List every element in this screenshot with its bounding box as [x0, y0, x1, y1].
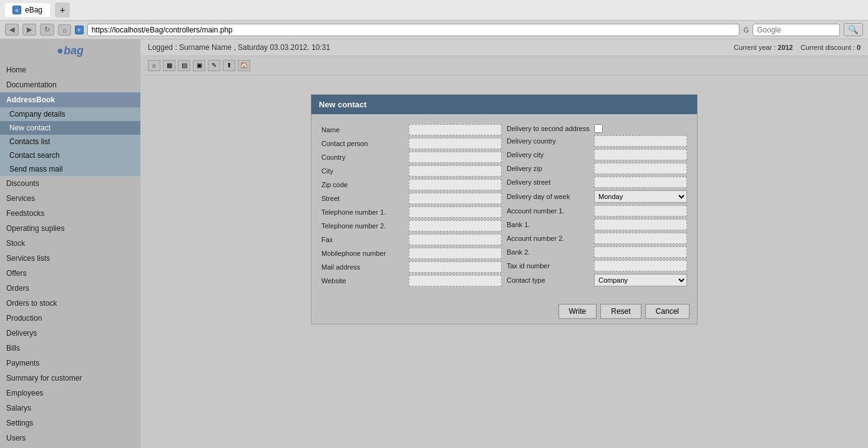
input-city[interactable] — [409, 165, 502, 177]
input-delivery-zip[interactable] — [594, 163, 687, 174]
input-bank2[interactable] — [594, 246, 687, 258]
sidebar-item-payments[interactable]: Payments — [0, 356, 140, 371]
toolbar: ⌂ ▦ ▤ ▣ ✎ ⬆ 🏠 — [140, 56, 868, 75]
form-row-bank1: Bank 1. — [507, 219, 687, 230]
sidebar-item-contacts-list[interactable]: Contacts list — [0, 135, 140, 149]
back-button[interactable]: ◀ — [5, 24, 19, 36]
checkbox-delivery-second[interactable] — [594, 124, 603, 133]
sidebar-item-orders[interactable]: Orders — [0, 281, 140, 296]
input-name[interactable] — [409, 124, 502, 135]
input-mobile[interactable] — [409, 248, 502, 259]
browser-chrome: e eBag + ◀ ▶ ↻ ⌂ e G 🔍 — [0, 0, 868, 39]
toolbar-icon-1[interactable]: ▦ — [163, 60, 175, 71]
input-tel2[interactable] — [409, 220, 502, 231]
write-button[interactable]: Write — [558, 304, 597, 319]
label-fax: Fax — [321, 236, 409, 243]
toolbar-home-icon[interactable]: ⌂ — [148, 60, 160, 71]
input-bank1[interactable] — [594, 219, 687, 230]
input-delivery-city[interactable] — [594, 149, 687, 160]
current-year-info: Current year : 2012 Current discount : 0 — [734, 44, 861, 51]
label-website: Website — [321, 277, 409, 285]
browser-tab[interactable]: e eBag — [5, 3, 50, 17]
home-button[interactable]: ⌂ — [58, 24, 71, 36]
form-row-account1: Account number 1. — [507, 205, 687, 217]
search-bar[interactable] — [753, 24, 840, 36]
sidebar-item-operating-supplies[interactable]: Operating suplies — [0, 221, 140, 236]
toolbar-icon-3[interactable]: ▣ — [193, 60, 205, 71]
select-contact-type[interactable]: CompanyPerson — [594, 274, 687, 286]
sidebar-item-deliverys[interactable]: Deliverys — [0, 326, 140, 341]
forward-button[interactable]: ▶ — [22, 24, 36, 36]
current-year-value: 2012 — [778, 44, 792, 51]
search-button[interactable]: 🔍 — [844, 23, 863, 36]
toolbar-icon-2[interactable]: ▤ — [178, 60, 190, 71]
google-logo: G — [743, 26, 749, 34]
current-year-label: Current year : — [734, 44, 776, 51]
sidebar-item-users[interactable]: Users — [0, 431, 140, 446]
input-mail[interactable] — [409, 261, 502, 273]
input-street[interactable] — [409, 193, 502, 204]
label-bank2: Bank 2. — [507, 248, 594, 256]
sidebar-section-addressbook[interactable]: AddressBook — [0, 92, 140, 107]
sidebar-item-documentation[interactable]: Documentation — [0, 77, 140, 92]
sidebar-item-company-details[interactable]: Company details — [0, 107, 140, 121]
form-row-mobile: Mobilephone number — [321, 248, 502, 259]
sidebar-item-services-lists[interactable]: Services lists — [0, 251, 140, 266]
form-row-name: Name — [321, 124, 502, 135]
url-favicon: e — [75, 26, 84, 34]
cancel-button[interactable]: Cancel — [645, 304, 690, 319]
toolbar-icon-5[interactable]: ⬆ — [223, 60, 235, 71]
browser-nav: ◀ ▶ ↻ ⌂ e G 🔍 — [0, 21, 868, 39]
toolbar-icon-4[interactable]: ✎ — [208, 60, 220, 71]
input-country[interactable] — [409, 152, 502, 163]
select-delivery-day[interactable]: MondayTuesdayWednesday ThursdayFridaySat… — [594, 190, 687, 203]
browser-titlebar: e eBag + — [0, 0, 868, 21]
reset-button[interactable]: Reset — [600, 304, 641, 319]
input-contact-person[interactable] — [409, 138, 502, 149]
sidebar-item-discounts[interactable]: Discounts — [0, 176, 140, 191]
sidebar-item-send-mass-mail[interactable]: Send mass mail — [0, 162, 140, 176]
sidebar-item-settings[interactable]: Settings — [0, 416, 140, 431]
top-bar: Logged : Surname Name , Saturday 03.03.2… — [140, 39, 868, 56]
input-account1[interactable] — [594, 205, 687, 217]
form-row-account2: Account number 2. — [507, 233, 687, 244]
sidebar-item-services[interactable]: Services — [0, 191, 140, 206]
sidebar-item-new-contact[interactable]: New contact — [0, 121, 140, 135]
form-row-mail: Mail address — [321, 261, 502, 273]
sidebar-item-employees[interactable]: Employees — [0, 386, 140, 401]
input-zip[interactable] — [409, 179, 502, 190]
sidebar-item-contact-search[interactable]: Contact search — [0, 149, 140, 162]
sidebar-item-stock[interactable]: Stock — [0, 236, 140, 251]
refresh-button[interactable]: ↻ — [40, 24, 54, 36]
dialog-header: New contact — [311, 95, 697, 114]
content-area: Logged : Surname Name , Saturday 03.03.2… — [140, 39, 868, 448]
sidebar-item-production[interactable]: Production — [0, 311, 140, 326]
input-website[interactable] — [409, 275, 502, 286]
input-tax-id[interactable] — [594, 260, 687, 271]
form-row-website: Website — [321, 275, 502, 286]
new-tab-button[interactable]: + — [55, 2, 70, 17]
label-tel1: Telephone number 1. — [321, 208, 409, 216]
sidebar-item-salarys[interactable]: Salarys — [0, 401, 140, 416]
sidebar-item-about[interactable]: About — [0, 446, 140, 448]
input-delivery-street[interactable] — [594, 177, 687, 188]
sidebar-item-home[interactable]: Home — [0, 62, 140, 77]
form-grid: Name Contact person Country — [319, 122, 690, 291]
label-delivery-zip: Delivery zip — [507, 165, 594, 172]
input-fax[interactable] — [409, 234, 502, 245]
input-tel1[interactable] — [409, 207, 502, 218]
dialog-body: Name Contact person Country — [311, 114, 697, 299]
sidebar-item-feedstocks[interactable]: Feedstocks — [0, 206, 140, 221]
dialog-footer: Write Reset Cancel — [311, 299, 697, 324]
label-mail: Mail address — [321, 263, 409, 271]
url-bar[interactable] — [87, 24, 740, 36]
sidebar-item-summary-for-customer[interactable]: Summary for customer — [0, 371, 140, 386]
input-account2[interactable] — [594, 233, 687, 244]
input-delivery-country[interactable] — [594, 135, 687, 147]
label-contact-type: Contact type — [507, 276, 594, 284]
toolbar-icon-6[interactable]: 🏠 — [238, 60, 250, 71]
sidebar-item-offers[interactable]: Offers — [0, 266, 140, 281]
sidebar-item-bills[interactable]: Bills — [0, 341, 140, 356]
label-contact-person: Contact person — [321, 140, 409, 147]
sidebar-item-orders-to-stock[interactable]: Orders to stock — [0, 296, 140, 311]
